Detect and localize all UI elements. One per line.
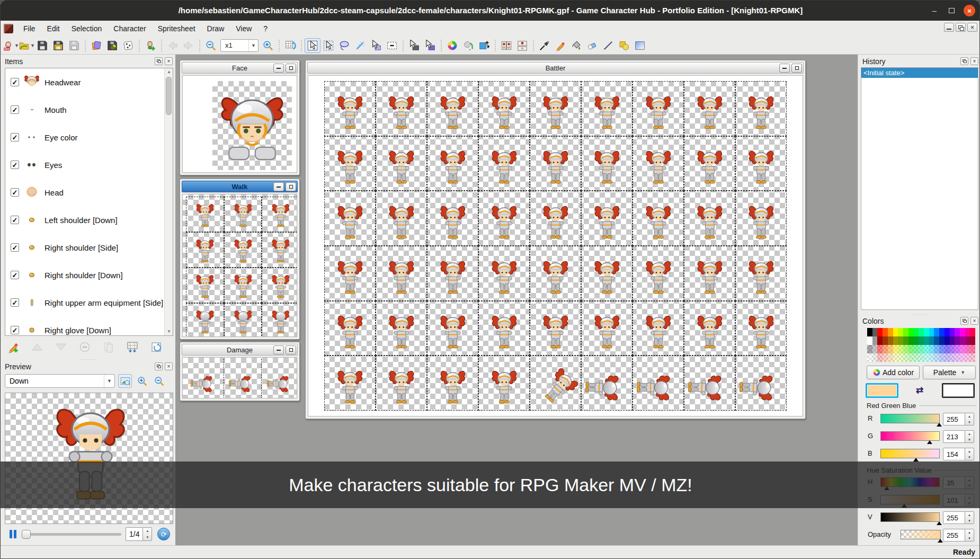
sprite-cell[interactable] [262, 232, 297, 268]
item-checkbox[interactable]: ✓ [11, 216, 19, 224]
palette-color[interactable] [883, 345, 888, 353]
step-up-icon[interactable]: ▲ [965, 512, 974, 518]
primary-color-swatch[interactable] [866, 383, 898, 398]
slider-track[interactable] [880, 431, 940, 441]
sprite-cell[interactable] [324, 246, 376, 301]
sprite-cell[interactable] [735, 301, 787, 356]
face-image-area[interactable] [212, 81, 292, 170]
palette-color[interactable] [970, 336, 975, 345]
sprite-cell[interactable] [632, 191, 684, 246]
slider-track[interactable] [880, 512, 940, 522]
gradient-button[interactable] [632, 38, 648, 53]
zoom-level-select[interactable]: x1▼ [220, 39, 259, 52]
slider-spinbox[interactable]: 154▲▼ [943, 448, 974, 460]
sprite-cell[interactable] [376, 246, 427, 301]
sprite-cell[interactable] [224, 268, 262, 303]
palette-color[interactable] [950, 328, 955, 336]
menu-selection[interactable]: Selection [66, 21, 108, 37]
palette-color[interactable] [934, 345, 939, 353]
palette-color[interactable] [960, 328, 965, 336]
sprite-cell[interactable] [478, 136, 530, 191]
sprite-cell[interactable] [530, 246, 581, 301]
palette-color[interactable] [903, 328, 908, 336]
battler-window-titlebar[interactable]: Battler [307, 62, 804, 74]
palette-color[interactable] [924, 345, 929, 353]
palette-color[interactable] [939, 345, 945, 353]
frame-spinbox[interactable]: 1/4 ▲▼ [126, 527, 152, 541]
sprite-cell[interactable] [427, 136, 478, 191]
palette-color[interactable] [877, 336, 883, 345]
item-checkbox[interactable]: ✓ [11, 326, 19, 334]
battler-window[interactable]: Battler [305, 60, 806, 419]
item-row[interactable]: ✓Left shoulder [Down] [5, 206, 173, 234]
step-down-icon[interactable]: ▼ [965, 419, 974, 425]
palette-color[interactable] [893, 345, 898, 353]
palette-color[interactable] [898, 345, 903, 353]
sprite-cell[interactable] [735, 191, 787, 246]
sprite-cell[interactable] [581, 246, 632, 301]
sprite-cell[interactable] [186, 303, 224, 337]
sprite-cell[interactable] [684, 356, 735, 411]
palette-color[interactable] [877, 345, 883, 353]
zoom-in-button[interactable] [260, 38, 276, 53]
item-checkbox[interactable]: ✓ [11, 161, 19, 169]
palette-color[interactable] [888, 353, 893, 362]
color-picker-button[interactable] [537, 38, 553, 53]
palette-color[interactable] [934, 353, 939, 362]
pause-button[interactable] [8, 529, 17, 539]
shapes-button[interactable] [616, 38, 632, 53]
damage-window-titlebar[interactable]: Damage [182, 344, 298, 356]
translate-image-button[interactable] [476, 38, 492, 53]
palette-color[interactable] [877, 328, 883, 336]
item-row[interactable]: ✓Right upper arm equipment [Side] [5, 289, 173, 316]
sprite-cell[interactable] [735, 356, 787, 411]
walk-canvas[interactable] [182, 194, 297, 337]
line-button[interactable] [600, 38, 616, 53]
face-canvas[interactable] [182, 75, 297, 173]
palette-color[interactable] [924, 353, 929, 362]
sprite-cell[interactable] [530, 301, 581, 356]
sprite-cell[interactable] [186, 197, 224, 232]
palette-color[interactable] [965, 336, 970, 345]
walk-maximize-button[interactable] [286, 182, 296, 191]
walk-minimize-button[interactable] [273, 182, 284, 191]
sprite-cell[interactable] [684, 246, 735, 301]
add-character-part-button[interactable] [142, 38, 158, 53]
step-up-icon[interactable]: ▲ [965, 431, 974, 437]
palette-color[interactable] [929, 328, 934, 336]
items-close-button[interactable]: × [165, 57, 173, 65]
palette-color[interactable] [929, 353, 934, 362]
palette-color[interactable] [893, 336, 898, 345]
redo-button[interactable] [181, 38, 197, 53]
sprite-cell[interactable] [581, 81, 632, 136]
undo-button[interactable] [165, 38, 181, 53]
item-checkbox[interactable]: ✓ [11, 243, 19, 252]
sprite-cell[interactable] [324, 356, 376, 411]
step-down-icon[interactable]: ▼ [143, 534, 152, 540]
battler-maximize-button[interactable] [791, 64, 802, 73]
minimize-button[interactable]: – [929, 5, 940, 16]
preview-background-toggle[interactable] [118, 374, 132, 388]
move-selection-button[interactable] [368, 38, 384, 53]
sprite-cell[interactable] [530, 356, 581, 411]
palette-color[interactable] [893, 353, 898, 362]
palette-color[interactable] [955, 336, 960, 345]
preview-zoom-out-button[interactable] [152, 374, 166, 388]
battler-minimize-button[interactable] [779, 64, 790, 73]
sprite-cell[interactable] [684, 301, 735, 356]
sprite-cell[interactable] [324, 81, 376, 136]
sprite-cell[interactable] [478, 301, 530, 356]
slider-track[interactable] [880, 449, 940, 458]
spinbox-steppers[interactable]: ▲▼ [965, 448, 974, 460]
swap-colors-icon[interactable]: ⇄ [911, 385, 928, 397]
mdi-close-button[interactable]: × [967, 23, 977, 32]
palette-color[interactable] [955, 353, 960, 362]
palette-color[interactable] [903, 345, 908, 353]
palette-color[interactable] [934, 328, 939, 336]
sprite-cell[interactable] [186, 359, 224, 398]
slider-track[interactable] [901, 530, 941, 539]
item-checkbox[interactable]: ✓ [11, 271, 19, 279]
menu-edit[interactable]: Edit [41, 21, 66, 37]
sprite-cell[interactable] [684, 191, 735, 246]
flatten-items-button[interactable] [149, 340, 164, 354]
